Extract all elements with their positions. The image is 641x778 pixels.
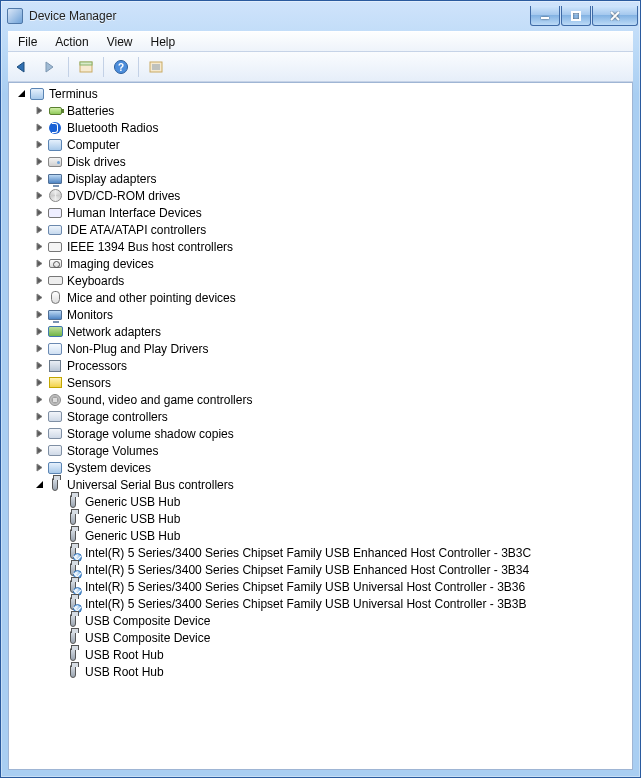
app-icon (7, 8, 23, 24)
tree-category[interactable]: Processors (9, 357, 632, 374)
tree-device[interactable]: Generic USB Hub (9, 493, 632, 510)
category-icon (47, 239, 63, 255)
tree-device[interactable]: USB Composite Device (9, 629, 632, 646)
expand-toggle[interactable] (33, 462, 45, 474)
menu-file[interactable]: File (10, 33, 45, 51)
tree-category[interactable]: Non-Plug and Play Drivers (9, 340, 632, 357)
expand-toggle[interactable] (33, 224, 45, 236)
tree-category[interactable]: Disk drives (9, 153, 632, 170)
tree-device[interactable]: Generic USB Hub (9, 527, 632, 544)
tree-item-label: Intel(R) 5 Series/3400 Series Chipset Fa… (85, 546, 537, 560)
properties-button[interactable] (144, 55, 168, 79)
forward-button[interactable] (39, 55, 63, 79)
tree-category[interactable]: Display adapters (9, 170, 632, 187)
expand-toggle[interactable] (33, 343, 45, 355)
svg-text:?: ? (118, 62, 124, 73)
tree-category[interactable]: Imaging devices (9, 255, 632, 272)
show-hidden-button[interactable] (74, 55, 98, 79)
usb-icon (70, 614, 76, 627)
expand-toggle[interactable] (33, 190, 45, 202)
tree-item-label: Generic USB Hub (85, 529, 186, 543)
tree-category[interactable]: Sensors (9, 374, 632, 391)
expand-placeholder (51, 547, 63, 559)
category-icon (47, 358, 63, 374)
tree-category[interactable]: Storage volume shadow copies (9, 425, 632, 442)
device-icon (65, 596, 81, 612)
tree-device[interactable]: Generic USB Hub (9, 510, 632, 527)
expand-toggle[interactable] (33, 326, 45, 338)
expand-toggle[interactable] (33, 479, 45, 491)
expand-toggle[interactable] (33, 207, 45, 219)
expand-toggle[interactable] (33, 105, 45, 117)
minimize-button[interactable] (530, 6, 560, 26)
tree-item-label: Mice and other pointing devices (67, 291, 242, 305)
tree-category[interactable]: Human Interface Devices (9, 204, 632, 221)
tree-root[interactable]: Terminus (9, 85, 632, 102)
expand-toggle[interactable] (15, 88, 27, 100)
tree-item-label: Storage controllers (67, 410, 174, 424)
expand-toggle[interactable] (33, 394, 45, 406)
tree-device[interactable]: Intel(R) 5 Series/3400 Series Chipset Fa… (9, 578, 632, 595)
window-buttons (530, 6, 638, 26)
tree-category[interactable]: Computer (9, 136, 632, 153)
category-icon (29, 86, 45, 102)
tree-item-label: Human Interface Devices (67, 206, 208, 220)
tree-category[interactable]: Monitors (9, 306, 632, 323)
expand-toggle[interactable] (33, 360, 45, 372)
expand-toggle[interactable] (33, 173, 45, 185)
tree-device[interactable]: USB Root Hub (9, 646, 632, 663)
tree-category[interactable]: IDE ATA/ATAPI controllers (9, 221, 632, 238)
tree-device[interactable]: Intel(R) 5 Series/3400 Series Chipset Fa… (9, 544, 632, 561)
tree-device[interactable]: Intel(R) 5 Series/3400 Series Chipset Fa… (9, 595, 632, 612)
tree-category[interactable]: Mice and other pointing devices (9, 289, 632, 306)
tree-device[interactable]: USB Root Hub (9, 663, 632, 680)
tree-category[interactable]: DVD/CD-ROM drives (9, 187, 632, 204)
expand-toggle[interactable] (33, 139, 45, 151)
tree-category[interactable]: Universal Serial Bus controllers (9, 476, 632, 493)
category-icon (47, 307, 63, 323)
titlebar[interactable]: Device Manager (1, 1, 640, 31)
tree-device[interactable]: Intel(R) 5 Series/3400 Series Chipset Fa… (9, 561, 632, 578)
tree-item-label: Network adapters (67, 325, 167, 339)
tree-item-label: Sensors (67, 376, 117, 390)
expand-toggle[interactable] (33, 445, 45, 457)
maximize-button[interactable] (561, 6, 591, 26)
tree-category[interactable]: Sound, video and game controllers (9, 391, 632, 408)
help-button[interactable]: ? (109, 55, 133, 79)
window-title: Device Manager (29, 9, 524, 23)
expand-toggle[interactable] (33, 411, 45, 423)
expand-toggle[interactable] (33, 241, 45, 253)
category-icon (47, 375, 63, 391)
expand-toggle[interactable] (33, 377, 45, 389)
menubar: File Action View Help (8, 31, 633, 52)
expand-toggle[interactable] (33, 428, 45, 440)
back-button[interactable] (12, 55, 36, 79)
expand-toggle[interactable] (33, 309, 45, 321)
expand-toggle[interactable] (33, 122, 45, 134)
expand-toggle[interactable] (33, 258, 45, 270)
tree-category[interactable]: Storage Volumes (9, 442, 632, 459)
expand-toggle[interactable] (33, 275, 45, 287)
tree-category[interactable]: Keyboards (9, 272, 632, 289)
category-icon (47, 460, 63, 476)
toolbar-separator (103, 57, 104, 77)
tree-category[interactable]: IEEE 1394 Bus host controllers (9, 238, 632, 255)
tree-category[interactable]: Network adapters (9, 323, 632, 340)
menu-help[interactable]: Help (143, 33, 184, 51)
toolbar: ? (8, 52, 633, 82)
tree-category[interactable]: System devices (9, 459, 632, 476)
tree-device[interactable]: USB Composite Device (9, 612, 632, 629)
menu-view[interactable]: View (99, 33, 141, 51)
category-icon (47, 188, 63, 204)
menu-action[interactable]: Action (47, 33, 96, 51)
tree-item-label: Batteries (67, 104, 120, 118)
toolbar-separator (68, 57, 69, 77)
tree-category[interactable]: Bluetooth Radios (9, 119, 632, 136)
category-icon (47, 443, 63, 459)
tree-view[interactable]: Terminus Batteries Bluetooth Radios Comp… (8, 82, 633, 770)
expand-toggle[interactable] (33, 156, 45, 168)
expand-toggle[interactable] (33, 292, 45, 304)
tree-category[interactable]: Storage controllers (9, 408, 632, 425)
tree-category[interactable]: Batteries (9, 102, 632, 119)
close-button[interactable] (592, 6, 638, 26)
